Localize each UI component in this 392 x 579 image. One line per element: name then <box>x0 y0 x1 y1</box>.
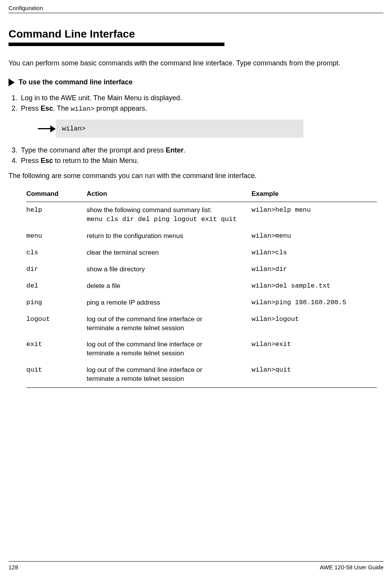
page-title: Command Line Interface <box>9 28 383 40</box>
step-2-mid: . The <box>53 104 71 112</box>
step-list-continued: Type the command after the prompt and pr… <box>9 146 383 165</box>
action-cell: log out of the command line interface or… <box>87 311 252 337</box>
guide-name: AWE 120-58 User Guide <box>320 564 383 570</box>
example-cell: wilan>help menu <box>252 202 377 228</box>
step-4: Press Esc to return to the Main Menu. <box>19 157 383 165</box>
arrow-head-icon <box>50 125 56 132</box>
cmd-cell: quit <box>26 362 87 387</box>
procedure-heading: To use the command line interface <box>9 78 383 86</box>
cmd-cell: menu <box>26 228 87 245</box>
command-table: Command Action Example help show the fol… <box>26 186 377 388</box>
page-footer: 128 AWE 120-58 User Guide <box>9 561 383 570</box>
th-example: Example <box>252 186 377 202</box>
prompt-callout: wilan> <box>38 120 383 138</box>
table-row: exit log out of the command line interfa… <box>26 336 377 362</box>
prompt-box: wilan> <box>56 120 303 138</box>
example-cell: wilan>exit <box>252 336 377 362</box>
table-row: ping ping a remote IP address wilan>ping… <box>26 295 377 311</box>
action-cell: return to the configuration menus <box>87 228 252 245</box>
step-1: Log in to the AWE unit. The Main Menu is… <box>19 94 383 102</box>
step-4-esc: Esc <box>41 157 53 164</box>
table-row: del delete a file wilan>del sample.txt <box>26 278 377 295</box>
action-cell: clear the terminal screen <box>87 245 252 261</box>
table-row: dir show a file directory wilan>dir <box>26 261 377 278</box>
example-cell: wilan>quit <box>252 362 377 387</box>
step-4-post: to return to the Main Menu. <box>53 157 139 164</box>
th-action: Action <box>87 186 252 202</box>
example-cell: wilan>del sample.txt <box>252 278 377 295</box>
action-mono: menu cls dir del ping logout exit quit <box>87 216 237 223</box>
step-3-post: . <box>183 146 185 154</box>
step-2: Press Esc. The wilan> prompt appears. <box>19 104 383 113</box>
action-text: show the following command summary list: <box>87 206 212 214</box>
table-intro: The following are some commands you can … <box>9 172 383 180</box>
cmd-cell: help <box>26 202 87 228</box>
action-cell: log out of the command line interface or… <box>87 362 252 387</box>
cmd-cell: dir <box>26 261 87 278</box>
step-3-pre: Type the command after the prompt and pr… <box>21 146 166 154</box>
step-1-text: Log in to the AWE unit. The Main Menu is… <box>21 94 182 102</box>
arrow-line-icon <box>38 128 50 129</box>
title-underline <box>9 43 224 46</box>
example-cell: wilan>menu <box>252 228 377 245</box>
step-2-pre: Press <box>21 104 41 112</box>
cmd-cell: cls <box>26 245 87 261</box>
example-cell: wilan>logout <box>252 311 377 337</box>
action-cell: show the following command summary list:… <box>87 202 252 228</box>
table-row: menu return to the configuration menus w… <box>26 228 377 245</box>
action-cell: log out of the command line interface or… <box>87 336 252 362</box>
arrow-right-icon <box>9 79 15 86</box>
step-3: Type the command after the prompt and pr… <box>19 146 383 154</box>
cmd-cell: ping <box>26 295 87 311</box>
example-cell: wilan>dir <box>252 261 377 278</box>
step-2-post: prompt appears. <box>94 104 147 112</box>
action-cell: delete a file <box>87 278 252 295</box>
action-cell: ping a remote IP address <box>87 295 252 311</box>
step-3-enter: Enter <box>166 146 183 154</box>
table-header-row: Command Action Example <box>26 186 377 202</box>
intro-paragraph: You can perform some basic commands with… <box>9 59 383 67</box>
example-cell: wilan>cls <box>252 245 377 261</box>
cmd-cell: del <box>26 278 87 295</box>
step-2-esc: Esc <box>41 104 53 112</box>
th-command: Command <box>26 186 87 202</box>
step-2-prompt: wilan> <box>71 105 94 113</box>
step-list: Log in to the AWE unit. The Main Menu is… <box>9 94 383 113</box>
procedure-title: To use the command line interface <box>19 78 133 86</box>
step-4-pre: Press <box>21 157 41 164</box>
table-row: logout log out of the command line inter… <box>26 311 377 337</box>
table-row: quit log out of the command line interfa… <box>26 362 377 387</box>
cmd-cell: logout <box>26 311 87 337</box>
action-cell: show a file directory <box>87 261 252 278</box>
page-number: 128 <box>9 564 18 570</box>
example-cell: wilan>ping 198.168.200.5 <box>252 295 377 311</box>
header-section: Configuration <box>9 5 383 13</box>
table-row: help show the following command summary … <box>26 202 377 228</box>
table-row: cls clear the terminal screen wilan>cls <box>26 245 377 261</box>
cmd-cell: exit <box>26 336 87 362</box>
